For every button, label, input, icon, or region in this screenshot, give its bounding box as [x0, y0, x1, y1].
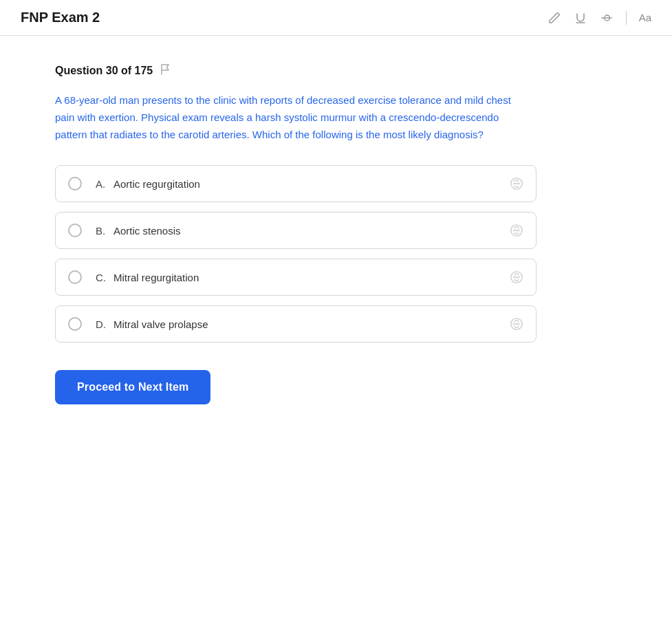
option-a-text: Aortic regurgitation	[113, 178, 523, 190]
option-d-text: Mitral valve prolapse	[113, 318, 523, 330]
option-a-letter: A.	[96, 178, 108, 190]
pencil-icon[interactable]	[548, 11, 561, 25]
option-a-strikethrough-icon[interactable]	[510, 177, 523, 191]
exam-title: FNP Exam 2	[21, 10, 100, 25]
header: FNP Exam 2 Aa	[0, 0, 672, 36]
proceed-button[interactable]: Proceed to Next Item	[55, 370, 210, 404]
option-a[interactable]: A. Aortic regurgitation	[55, 165, 536, 202]
strikethrough-icon[interactable]	[600, 11, 614, 25]
option-a-radio[interactable]	[68, 177, 82, 191]
option-b-text: Aortic stenosis	[113, 225, 523, 237]
option-d-radio[interactable]	[68, 317, 82, 331]
main-content: Question 30 of 175 A 68-year-old man pre…	[0, 36, 592, 432]
underline-icon[interactable]	[574, 11, 587, 25]
option-c-strikethrough-icon[interactable]	[510, 270, 523, 284]
option-c[interactable]: C. Mitral regurgitation	[55, 259, 536, 296]
option-d-letter: D.	[96, 318, 108, 330]
question-number: Question 30 of 175	[55, 65, 153, 77]
question-header: Question 30 of 175	[55, 63, 536, 78]
option-b-letter: B.	[96, 225, 108, 237]
option-c-text: Mitral regurgitation	[113, 272, 523, 283]
option-b[interactable]: B. Aortic stenosis	[55, 212, 536, 249]
toolbar: Aa	[548, 11, 651, 25]
font-size-icon[interactable]: Aa	[639, 12, 651, 23]
options-list: A. Aortic regurgitation B. Aortic stenos…	[55, 165, 536, 343]
option-b-strikethrough-icon[interactable]	[510, 224, 523, 237]
option-c-letter: C.	[96, 272, 108, 283]
option-c-radio[interactable]	[68, 270, 82, 284]
flag-icon[interactable]	[160, 63, 172, 78]
option-b-radio[interactable]	[68, 224, 82, 237]
option-d-strikethrough-icon[interactable]	[510, 317, 523, 331]
option-d[interactable]: D. Mitral valve prolapse	[55, 305, 536, 343]
toolbar-divider	[626, 11, 627, 25]
question-text: A 68-year-old man presents to the clinic…	[55, 92, 523, 143]
